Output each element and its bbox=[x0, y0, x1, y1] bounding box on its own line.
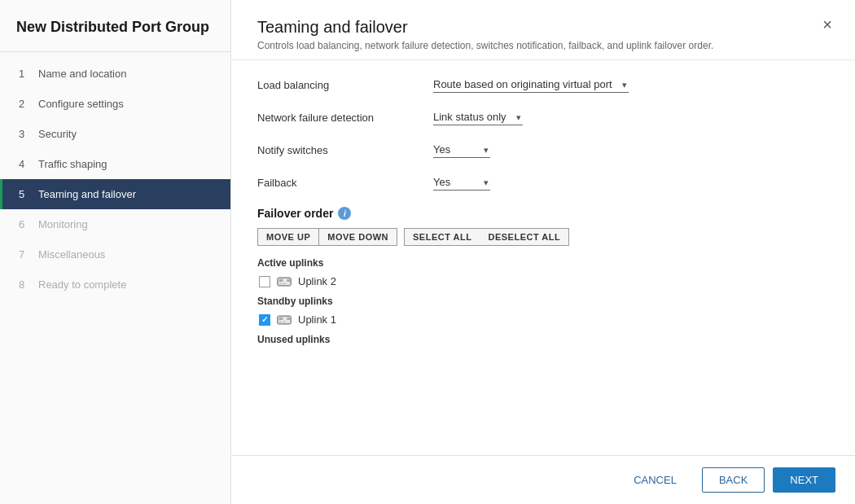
step-num-5: 5 bbox=[19, 188, 32, 200]
uplink1-item: Uplink 1 bbox=[257, 313, 829, 326]
svg-rect-7 bbox=[278, 321, 281, 322]
load-balancing-select[interactable]: Route based on originating virtual port … bbox=[433, 77, 629, 93]
main-panel: Teaming and failover Controls load balan… bbox=[231, 0, 855, 504]
main-title: Teaming and failover bbox=[257, 18, 829, 37]
svg-rect-6 bbox=[278, 317, 283, 319]
close-button[interactable]: × bbox=[816, 13, 839, 36]
network-failure-row: Network failure detection Link status on… bbox=[257, 109, 829, 125]
step-num-2: 2 bbox=[19, 98, 32, 110]
notify-switches-select[interactable]: Yes No bbox=[433, 142, 490, 158]
sidebar-item-misc: 7 Miscellaneous bbox=[0, 239, 230, 270]
info-icon[interactable]: i bbox=[338, 207, 351, 220]
step-num-4: 4 bbox=[19, 158, 32, 170]
uplink1-icon bbox=[277, 314, 292, 326]
notify-switches-control: Yes No bbox=[433, 142, 490, 158]
sidebar-item-monitoring: 6 Monitoring bbox=[0, 209, 230, 239]
sidebar-item-configure[interactable]: 2 Configure settings bbox=[0, 89, 230, 119]
svg-rect-9 bbox=[287, 317, 290, 319]
load-balancing-select-wrapper[interactable]: Route based on originating virtual port … bbox=[433, 77, 629, 93]
sidebar-item-ready: 8 Ready to complete bbox=[0, 270, 230, 300]
failback-select[interactable]: Yes No bbox=[433, 174, 490, 191]
deselect-all-button[interactable]: DESELECT ALL bbox=[480, 228, 569, 246]
svg-rect-1 bbox=[278, 278, 283, 281]
dialog: New Distributed Port Group 1 Name and lo… bbox=[0, 0, 855, 504]
sidebar-nav: 1 Name and location 2 Configure settings… bbox=[0, 52, 230, 306]
step-num-1: 1 bbox=[19, 68, 32, 80]
move-up-button[interactable]: MOVE UP bbox=[257, 228, 318, 246]
svg-rect-2 bbox=[278, 283, 281, 283]
standby-uplinks-title: Standby uplinks bbox=[257, 296, 829, 307]
sidebar-item-label-6: Monitoring bbox=[38, 218, 88, 230]
network-failure-label: Network failure detection bbox=[257, 112, 420, 124]
failback-select-wrapper[interactable]: Yes No bbox=[433, 174, 490, 191]
sidebar-item-label-2: Configure settings bbox=[38, 98, 124, 110]
svg-rect-3 bbox=[283, 283, 285, 283]
sidebar-item-name-location[interactable]: 1 Name and location bbox=[0, 59, 230, 89]
uplink2-checkbox[interactable] bbox=[259, 276, 270, 287]
sidebar-item-teaming[interactable]: 5 Teaming and failover bbox=[0, 179, 230, 209]
failback-row: Failback Yes No bbox=[257, 174, 829, 191]
unused-uplinks-title: Unused uplinks bbox=[257, 334, 829, 345]
uplink2-icon bbox=[277, 276, 292, 287]
failover-section: Failover order i MOVE UP MOVE DOWN SELEC… bbox=[257, 207, 829, 345]
sidebar-item-label-8: Ready to complete bbox=[38, 278, 126, 291]
load-balancing-row: Load balancing Route based on originatin… bbox=[257, 77, 829, 93]
back-button[interactable]: BACK bbox=[702, 467, 765, 493]
next-button[interactable]: NEXT bbox=[773, 467, 835, 493]
form-content: Load balancing Route based on originatin… bbox=[231, 60, 855, 455]
sidebar-item-label-4: Traffic shaping bbox=[38, 158, 107, 170]
notify-switches-row: Notify switches Yes No bbox=[257, 142, 829, 158]
network-failure-control: Link status only Beacon probing bbox=[433, 109, 523, 125]
main-subtitle: Controls load balancing, network failure… bbox=[257, 40, 829, 51]
failover-actions: MOVE UP MOVE DOWN SELECT ALL DESELECT AL… bbox=[257, 228, 829, 246]
main-header: Teaming and failover Controls load balan… bbox=[231, 0, 855, 60]
step-num-3: 3 bbox=[19, 128, 32, 140]
uplink1-checkbox[interactable] bbox=[259, 314, 270, 326]
network-failure-select-wrapper[interactable]: Link status only Beacon probing bbox=[433, 109, 523, 125]
load-balancing-label: Load balancing bbox=[257, 79, 420, 91]
sidebar-item-label-5: Teaming and failover bbox=[38, 188, 136, 200]
load-balancing-control: Route based on originating virtual port … bbox=[433, 77, 629, 93]
step-num-7: 7 bbox=[19, 248, 32, 261]
svg-rect-4 bbox=[287, 278, 290, 281]
uplink2-label: Uplink 2 bbox=[298, 275, 336, 287]
sidebar-item-label-7: Miscellaneous bbox=[38, 248, 105, 261]
sidebar-title: New Distributed Port Group bbox=[0, 0, 230, 52]
notify-switches-select-wrapper[interactable]: Yes No bbox=[433, 142, 490, 158]
sidebar-item-label-3: Security bbox=[38, 128, 77, 140]
failback-label: Failback bbox=[257, 177, 420, 189]
footer: CANCEL BACK NEXT bbox=[231, 455, 855, 504]
uplink1-label: Uplink 1 bbox=[298, 313, 336, 326]
failover-title: Failover order i bbox=[257, 207, 829, 220]
failover-title-text: Failover order bbox=[257, 207, 333, 220]
active-uplinks-title: Active uplinks bbox=[257, 257, 829, 269]
move-down-button[interactable]: MOVE DOWN bbox=[318, 228, 397, 246]
network-failure-select[interactable]: Link status only Beacon probing bbox=[433, 109, 523, 125]
sidebar-item-label-1: Name and location bbox=[38, 68, 126, 80]
step-num-6: 6 bbox=[19, 218, 32, 230]
uplink2-item: Uplink 2 bbox=[257, 275, 829, 287]
failback-control: Yes No bbox=[433, 174, 490, 191]
sidebar-item-traffic[interactable]: 4 Traffic shaping bbox=[0, 149, 230, 179]
sidebar-item-security[interactable]: 3 Security bbox=[0, 119, 230, 149]
cancel-button[interactable]: CANCEL bbox=[616, 467, 694, 493]
sidebar: New Distributed Port Group 1 Name and lo… bbox=[0, 0, 231, 504]
step-num-8: 8 bbox=[19, 278, 32, 291]
notify-switches-label: Notify switches bbox=[257, 144, 420, 156]
select-all-button[interactable]: SELECT ALL bbox=[404, 228, 480, 246]
svg-rect-8 bbox=[283, 321, 285, 322]
